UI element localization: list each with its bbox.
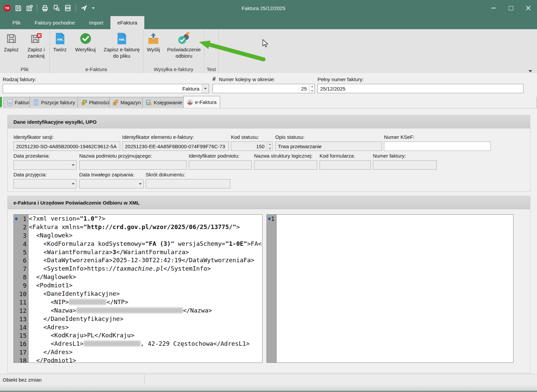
maximize-button[interactable] bbox=[502, 0, 520, 16]
app-logo-tm-icon[interactable]: TM bbox=[3, 4, 11, 12]
identyfikator-elementu-label: Identyfikator elementu e-faktury: bbox=[122, 134, 194, 140]
xml-code[interactable]: <?xml version="1.0"?><Faktura xmlns="htt… bbox=[29, 215, 262, 362]
menu-tab-faktury-pochodne[interactable]: Faktury pochodne bbox=[28, 16, 82, 29]
code-line: <NIP></NTP> bbox=[29, 298, 262, 306]
svg-text:PDF: PDF bbox=[66, 7, 70, 9]
efaktura-icon bbox=[187, 99, 193, 105]
spinner-buttons[interactable] bbox=[309, 84, 314, 93]
tab-platnosci[interactable]: $ Płatności bbox=[78, 97, 113, 108]
code-line: <KodKraju>PL</KodKraju> bbox=[29, 331, 262, 340]
hash-icon: # bbox=[212, 76, 215, 82]
print-icon[interactable] bbox=[41, 4, 49, 12]
code-line: </Adres> bbox=[29, 348, 262, 356]
tab-efaktura[interactable]: e-Faktura bbox=[183, 96, 220, 108]
titlebar: Faktura 25/12/2025 TM bbox=[0, 0, 537, 16]
data-przyjecia-label: Data przyjęcia: bbox=[13, 172, 47, 177]
status-divider bbox=[144, 375, 145, 384]
application-window: Faktura 25/12/2025 TM bbox=[0, 0, 537, 392]
code-line bbox=[277, 215, 513, 223]
skrot-dokumentu-input[interactable] bbox=[146, 179, 230, 188]
code-line: <WariantFormularza>3</WariantFormularza> bbox=[29, 248, 262, 257]
spinner-buttons[interactable] bbox=[267, 142, 272, 151]
list-icon bbox=[33, 100, 39, 105]
invoice-header-form: Rodzaj faktury: Faktura # Numer kolejny … bbox=[0, 73, 537, 97]
save-close-icon[interactable] bbox=[26, 5, 33, 12]
zapisz-i-zamknij-button[interactable]: Zapisz i zamknij bbox=[24, 31, 48, 59]
verify-check-icon bbox=[80, 32, 92, 45]
tworz-button[interactable]: XML Twórz bbox=[50, 31, 70, 53]
warehouse-boxes-icon bbox=[113, 100, 118, 105]
kod-formularza-input[interactable] bbox=[320, 160, 371, 170]
wyslij-button[interactable]: Wyślij bbox=[144, 31, 162, 53]
minimize-button[interactable] bbox=[485, 0, 502, 16]
tab-magazyn[interactable]: Magazyn bbox=[109, 97, 145, 108]
code-line: <AdresL1>, 42-229 Częstochowa</AdresL1> bbox=[29, 340, 262, 348]
zapisz-efakture-do-pliku-button[interactable]: XML Zapisz e-fakturę do pliku bbox=[101, 31, 142, 59]
modified-marker-icon bbox=[15, 217, 18, 220]
identyfikator-podmiotu-label: Identyfikator podmiotu: bbox=[189, 153, 240, 159]
ribbon-collapse-chevron-icon[interactable] bbox=[528, 70, 532, 72]
xml-editor-upo[interactable]: 1 bbox=[266, 214, 514, 363]
nazwa-struktury-input[interactable] bbox=[254, 160, 317, 170]
document-tabstrip: Faktura Pozycje faktury $ Płatności bbox=[0, 96, 537, 108]
data-przeslania-label: Data przesłania: bbox=[13, 153, 50, 159]
code-line: <SystemInfo>https://taxmachine.pl</Syste… bbox=[29, 265, 262, 273]
numer-faktury-label: Numer faktury: bbox=[373, 153, 406, 159]
chevron-down-icon[interactable] bbox=[70, 161, 76, 169]
pelny-numer-input[interactable]: 25/12/2025 bbox=[318, 84, 524, 93]
code-line: <Nazwa></Nazwa> bbox=[29, 306, 262, 315]
identyfikator-elementu-input[interactable]: 20251230-EE-4A85F6B000-074F99F76C-73 bbox=[122, 142, 229, 151]
numer-kolejny-label: Numer kolejny w okresie: bbox=[219, 76, 275, 82]
code-line: </Naglowek> bbox=[29, 273, 262, 281]
numer-faktury-input[interactable] bbox=[373, 160, 437, 170]
close-button[interactable] bbox=[520, 0, 537, 16]
numer-kolejny-spinbox[interactable]: 25 bbox=[212, 84, 315, 93]
menu-tab-plik[interactable]: Plik bbox=[5, 16, 28, 29]
data-przeslania-combobox[interactable] bbox=[13, 160, 77, 170]
receipt-stamp-icon bbox=[177, 32, 191, 45]
menu-tab-import[interactable]: Import bbox=[82, 16, 110, 29]
ribbon-group-efaktura: XML Twórz Weryfikuj bbox=[49, 29, 143, 73]
code-line: </DaneIdentyfikacyjne> bbox=[29, 315, 262, 323]
opis-statusu-input[interactable]: Trwa przetwarzanie bbox=[275, 142, 382, 151]
chevron-down-icon[interactable] bbox=[70, 179, 76, 188]
xml-group-title: e-Faktura i Urzędowe Poświadczenie Odbio… bbox=[8, 196, 530, 209]
identyfikator-sesji-input[interactable]: 20251230-SO-4A85B20000-19462C9612-5A bbox=[13, 142, 120, 151]
kod-formularza-label: Kod formularza: bbox=[320, 153, 355, 159]
chevron-down-icon[interactable] bbox=[137, 179, 143, 188]
mouse-cursor bbox=[262, 39, 269, 48]
data-przyjecia-combobox[interactable] bbox=[13, 179, 77, 188]
code-line: <Faktura xmlns="http://crd.gov.pl/wzor/2… bbox=[29, 223, 262, 231]
export-pdf-icon[interactable]: PDF bbox=[64, 4, 71, 12]
print-preview-icon[interactable] bbox=[53, 4, 60, 12]
data-zapisania-combobox[interactable] bbox=[79, 179, 144, 188]
status-text: Obiekt bez zmian bbox=[0, 377, 42, 383]
chevron-down-icon[interactable] bbox=[202, 84, 209, 93]
send-icon[interactable] bbox=[80, 4, 88, 12]
tab-ksiegowanie[interactable]: Księgowanie bbox=[142, 97, 186, 108]
tab-pozycje-faktury[interactable]: Pozycje faktury bbox=[30, 97, 79, 108]
nazwa-podmiotu-input[interactable] bbox=[79, 160, 187, 170]
ribbon-group-plik: Zapisz Zapisz i zamknij Plik bbox=[0, 29, 50, 73]
poswiadczenie-odbioru-button[interactable]: Poświadczenie odbioru bbox=[165, 31, 203, 59]
identyfikator-podmiotu-input[interactable] bbox=[189, 160, 252, 170]
weryfikuj-button[interactable]: Weryfikuj bbox=[72, 31, 99, 53]
quick-access-toolbar: TM bbox=[3, 0, 95, 16]
upo-xml-code[interactable] bbox=[277, 215, 513, 362]
rodzaj-faktury-combobox[interactable]: Faktura bbox=[3, 84, 209, 93]
accounting-calculator-icon bbox=[146, 100, 152, 105]
code-line: <DaneIdentyfikacyjne> bbox=[29, 290, 262, 298]
code-line: </Podmiot1> bbox=[29, 356, 262, 362]
kod-statusu-spinbox[interactable]: 150 bbox=[231, 142, 273, 151]
menu-tab-efaktura[interactable]: eFaktura bbox=[110, 16, 144, 29]
xml-editor-efaktura[interactable]: 123456789101112131415161718 <?xml versio… bbox=[13, 214, 262, 363]
zapisz-button[interactable]: Zapisz bbox=[1, 31, 21, 53]
nazwa-podmiotu-label: Nazwa podmiotu przyjmującego: bbox=[79, 153, 152, 159]
numer-ksef-input[interactable] bbox=[384, 142, 491, 151]
ribbon-group-label: e-Faktura bbox=[49, 66, 143, 72]
toolbar-more-dropdown-icon[interactable] bbox=[92, 7, 95, 9]
save-close-icon bbox=[30, 32, 42, 45]
svg-text:XML: XML bbox=[118, 38, 125, 41]
save-icon[interactable] bbox=[15, 5, 22, 12]
code-line: <Adres> bbox=[29, 323, 262, 332]
